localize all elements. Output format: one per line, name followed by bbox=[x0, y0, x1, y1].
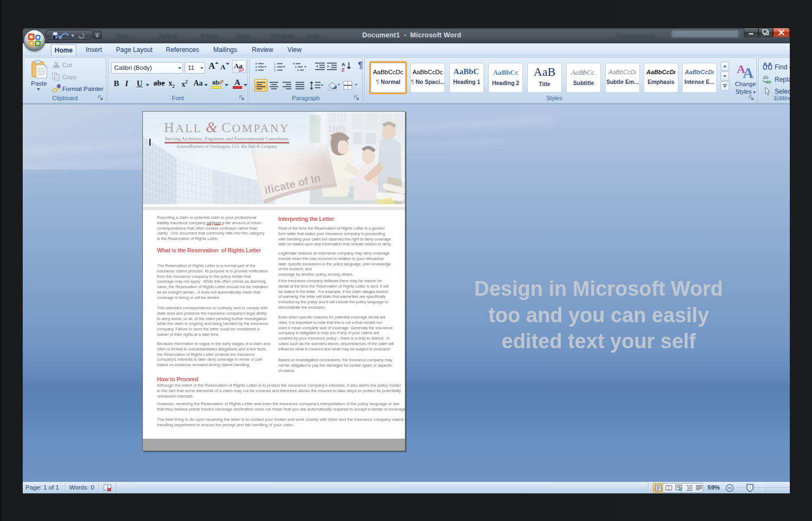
svg-text:Z: Z bbox=[342, 67, 345, 72]
svg-text:A: A bbox=[342, 62, 345, 67]
svg-text:3: 3 bbox=[274, 69, 276, 71]
svg-text:A: A bbox=[743, 64, 754, 80]
svg-text:ac: ac bbox=[766, 79, 771, 84]
